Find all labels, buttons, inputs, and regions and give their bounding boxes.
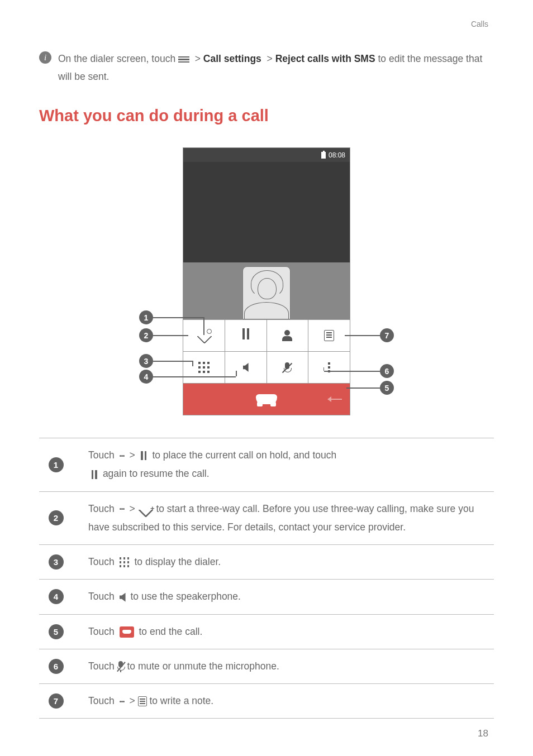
more-dots-icon [328,361,330,374]
table-row: 1 Touch > to place the current call on h… [39,438,494,492]
notes-button[interactable] [308,320,350,351]
more-button[interactable] [308,352,350,383]
row-badge: 7 [49,693,64,709]
tip-text: On the dialer screen, touch > Call setti… [58,50,494,85]
mute-button[interactable] [267,352,309,383]
hamburger-menu-icon [178,55,189,64]
text: Touch [88,503,117,514]
callout-2: 2 [139,328,153,342]
phone-add-icon [140,504,151,514]
row-badge: 5 [49,624,64,639]
text: again to resume the call. [103,468,210,479]
text: to end the call. [139,626,202,637]
tip-prefix: On the dialer screen, touch [58,53,178,64]
row-badge: 2 [49,510,64,525]
text: Touch [88,556,117,567]
note-icon [138,696,147,706]
text: Touch [88,695,117,706]
status-bar: 08:08 [183,147,350,162]
table-row: 7 Touch > to write a note. [39,684,494,719]
lead-1v [203,317,204,335]
dialpad-icon [198,362,210,373]
text: Touch [88,661,117,672]
avatar-area [183,262,350,319]
text: to place the current call on hold, and t… [152,449,336,461]
text: > [129,503,137,514]
status-time: 08:08 [329,151,345,159]
lead-1 [153,317,203,318]
page-number: 18 [478,728,488,739]
speaker-icon [120,593,126,602]
lead-7 [345,335,380,336]
table-row: 2 Touch > to start a three-way call. Bef… [39,492,494,546]
pause-icon [91,470,98,479]
hold-button[interactable] [225,320,267,351]
lead-3v [192,361,193,366]
person-icon [282,330,292,341]
text: > [129,449,137,461]
dialpad-button[interactable] [183,352,225,383]
text: to write a note. [149,695,213,706]
action-row-1 [183,319,350,351]
tip-path1: Call settings [203,53,261,64]
callout-1: 1 [139,310,153,324]
table-row: 5 Touch to end the call. [39,615,494,649]
table-row: 6 Touch to mute or unmute the microphone… [39,649,494,684]
more-dots-icon [120,454,125,458]
description-table: 1 Touch > to place the current call on h… [39,438,494,719]
text: Touch [88,449,117,461]
tip-path2: Reject calls with SMS [275,53,375,64]
microphone-mute-icon [117,661,125,672]
speaker-icon [243,363,249,372]
text: to mute or unmute the microphone. [127,661,279,672]
slide-arrow-icon [331,399,342,400]
text: > [129,695,137,706]
call-info-area [183,162,350,262]
lead-6 [324,371,380,372]
lead-2 [153,335,188,336]
hangup-icon [256,394,277,404]
header-section-label: Calls [471,20,488,28]
row-desc: Touch to end the call. [88,623,494,641]
hangup-icon [120,626,134,638]
text: to use the speakerphone. [130,591,241,602]
table-row: 3 Touch to display the dialer. [39,545,494,580]
row-badge: 4 [49,589,64,604]
pause-icon [140,451,147,460]
lead-5 [346,387,380,389]
callout-3: 3 [139,354,153,368]
contacts-button[interactable] [267,320,309,351]
end-call-button[interactable] [183,383,350,415]
microphone-mute-icon [284,362,291,372]
lead-4v [236,371,237,376]
speaker-button[interactable] [225,352,267,383]
text: to display the dialer. [134,556,221,567]
text: Touch [88,626,117,637]
row-desc: Touch to use the speakerphone. [88,587,494,606]
callout-4: 4 [139,370,153,384]
row-badge: 6 [49,659,64,674]
info-icon: i [39,51,51,64]
section-heading: What you can do during a call [39,107,494,125]
pause-icon [241,328,250,343]
row-desc: Touch > to start a three-way call. Befor… [88,500,494,537]
row-badge: 3 [49,554,64,570]
more-dots-icon [120,507,125,511]
battery-icon [321,152,326,159]
row-desc: Touch to mute or unmute the microphone. [88,657,494,676]
row-desc: Touch > to write a note. [88,692,494,710]
lead-4 [153,376,236,377]
table-row: 4 Touch to use the speakerphone. [39,580,494,614]
contact-avatar [242,266,291,319]
row-desc: Touch to display the dialer. [88,553,494,571]
callout-7: 7 [380,328,394,342]
callout-5: 5 [380,381,394,395]
tip-row: i On the dialer screen, touch > Call set… [39,50,494,85]
row-desc: Touch > to place the current call on hol… [88,446,494,484]
lead-3 [153,361,192,362]
lead-6v [323,367,325,371]
dialpad-icon [120,557,130,567]
action-row-2 [183,351,350,383]
text: Touch [88,591,117,602]
phone-illustration: 08:08 [39,147,494,415]
